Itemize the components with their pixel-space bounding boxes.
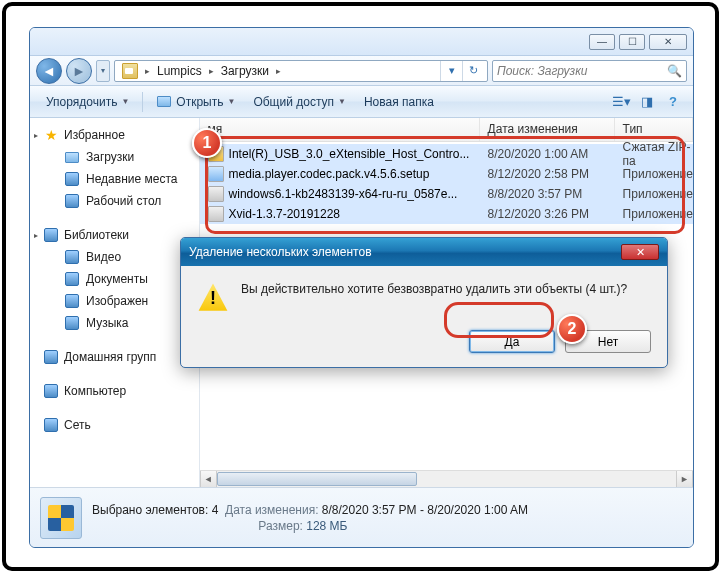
selected-count: Выбрано элементов: 4: [92, 503, 218, 517]
sidebar-item-videos[interactable]: Видео: [30, 246, 199, 268]
selection-icon: [40, 497, 82, 539]
file-icon: [208, 206, 224, 222]
chevron-right-icon[interactable]: ▸: [142, 66, 153, 76]
file-row[interactable]: windows6.1-kb2483139-x64-ru-ru_0587e...8…: [200, 184, 693, 204]
warning-icon: [197, 282, 229, 314]
scroll-left-button[interactable]: ◄: [200, 471, 217, 487]
dialog-title: Удаление нескольких элементов: [189, 245, 372, 259]
file-date: 8/12/2020 3:26 PM: [480, 207, 615, 221]
breadcrumb-seg-1[interactable]: Lumpics: [153, 61, 206, 81]
file-icon: [208, 186, 224, 202]
chevron-right-icon[interactable]: ▸: [273, 66, 284, 76]
folder-icon: [122, 63, 138, 79]
yes-button[interactable]: Да: [469, 330, 555, 353]
sidebar-computer[interactable]: ▸Компьютер: [30, 380, 199, 402]
navigation-pane: ▸★Избранное Загрузки Недавние места Рабо…: [30, 118, 200, 487]
history-dropdown[interactable]: ▾: [96, 60, 110, 82]
addr-dropdown[interactable]: ▾: [440, 61, 462, 81]
scroll-thumb[interactable]: [217, 472, 417, 486]
sidebar-item-documents[interactable]: Документы: [30, 268, 199, 290]
folder-icon: [156, 94, 172, 110]
file-name: Xvid-1.3.7-20191228: [229, 207, 340, 221]
file-date: 8/8/2020 3:57 PM: [480, 187, 615, 201]
maximize-button[interactable]: ☐: [619, 34, 645, 50]
preview-pane-button[interactable]: ◨: [635, 91, 659, 113]
address-bar[interactable]: ▸ Lumpics ▸ Загрузки ▸ ▾ ↻: [114, 60, 488, 82]
dialog-titlebar[interactable]: Удаление нескольких элементов ✕: [181, 238, 667, 266]
forward-button[interactable]: ►: [66, 58, 92, 84]
share-button[interactable]: Общий доступ ▼: [245, 92, 354, 112]
size-value: 128 МБ: [306, 519, 347, 533]
sidebar-homegroup[interactable]: ▸Домашняя групп: [30, 346, 199, 368]
help-button[interactable]: ?: [661, 91, 685, 113]
sidebar-item-recent[interactable]: Недавние места: [30, 168, 199, 190]
sidebar-item-desktop[interactable]: Рабочий стол: [30, 190, 199, 212]
window-close-button[interactable]: ✕: [649, 34, 687, 50]
view-options-button[interactable]: ☰▾: [609, 91, 633, 113]
search-placeholder: Поиск: Загрузки: [497, 64, 588, 78]
organize-button[interactable]: Упорядочить ▼: [38, 92, 137, 112]
file-name: media.player.codec.pack.v4.5.6.setup: [229, 167, 430, 181]
horizontal-scrollbar[interactable]: ◄ ►: [200, 470, 693, 487]
file-type: Приложение: [615, 207, 693, 221]
file-name: windows6.1-kb2483139-x64-ru-ru_0587e...: [229, 187, 458, 201]
file-date: 8/20/2020 1:00 AM: [480, 147, 615, 161]
chevron-down-icon: ▼: [121, 97, 129, 106]
open-button[interactable]: Открыть ▼: [148, 91, 243, 113]
date-modified-label: Дата изменения:: [225, 503, 319, 517]
refresh-button[interactable]: ↻: [462, 61, 484, 81]
file-type: Сжатая ZIP-па: [615, 140, 693, 168]
chevron-down-icon: ▼: [338, 97, 346, 106]
column-header-row: мя Дата изменения Тип: [200, 118, 693, 142]
file-name: Intel(R)_USB_3.0_eXtensible_Host_Contro.…: [229, 147, 470, 161]
file-row[interactable]: media.player.codec.pack.v4.5.6.setup8/12…: [200, 164, 693, 184]
star-icon: ★: [43, 127, 59, 143]
file-type: Приложение: [615, 187, 693, 201]
sidebar-network[interactable]: ▸Сеть: [30, 414, 199, 436]
file-row[interactable]: Xvid-1.3.7-201912288/12/2020 3:26 PMПрил…: [200, 204, 693, 224]
column-header-type[interactable]: Тип: [615, 118, 693, 141]
minimize-button[interactable]: —: [589, 34, 615, 50]
file-date: 8/12/2020 2:58 PM: [480, 167, 615, 181]
command-toolbar: Упорядочить ▼ Открыть ▼ Общий доступ ▼ Н…: [30, 86, 693, 118]
dialog-message: Вы действительно хотите безвозвратно уда…: [241, 282, 627, 296]
size-label: Размер:: [258, 519, 303, 533]
sidebar-item-pictures[interactable]: Изображен: [30, 290, 199, 312]
sidebar-libraries[interactable]: ▸Библиотеки: [30, 224, 199, 246]
back-button[interactable]: ◄: [36, 58, 62, 84]
new-folder-button[interactable]: Новая папка: [356, 92, 442, 112]
date-modified-value: 8/8/2020 3:57 PM - 8/20/2020 1:00 AM: [322, 503, 528, 517]
sidebar-item-music[interactable]: Музыка: [30, 312, 199, 334]
file-icon: [208, 166, 224, 182]
annotation-badge-1: 1: [192, 128, 222, 158]
chevron-right-icon[interactable]: ▸: [206, 66, 217, 76]
file-row[interactable]: Intel(R)_USB_3.0_eXtensible_Host_Contro.…: [200, 144, 693, 164]
chevron-down-icon: ▼: [227, 97, 235, 106]
search-input[interactable]: Поиск: Загрузки 🔍: [492, 60, 687, 82]
scroll-right-button[interactable]: ►: [676, 471, 693, 487]
window-titlebar: — ☐ ✕: [30, 28, 693, 56]
column-header-date[interactable]: Дата изменения: [480, 118, 615, 141]
sidebar-item-downloads[interactable]: Загрузки: [30, 146, 199, 168]
details-pane: Выбрано элементов: 4 Дата изменения: 8/8…: [30, 487, 693, 547]
delete-confirmation-dialog: Удаление нескольких элементов ✕ Вы дейст…: [180, 237, 668, 368]
column-header-name[interactable]: мя: [200, 118, 480, 141]
annotation-badge-2: 2: [557, 314, 587, 344]
dialog-close-button[interactable]: ✕: [621, 244, 659, 260]
search-icon: 🔍: [667, 64, 682, 78]
breadcrumb-seg-2[interactable]: Загрузки: [217, 61, 273, 81]
sidebar-favorites[interactable]: ▸★Избранное: [30, 124, 199, 146]
file-type: Приложение: [615, 167, 693, 181]
navigation-bar: ◄ ► ▾ ▸ Lumpics ▸ Загрузки ▸ ▾ ↻ Поиск: …: [30, 56, 693, 86]
